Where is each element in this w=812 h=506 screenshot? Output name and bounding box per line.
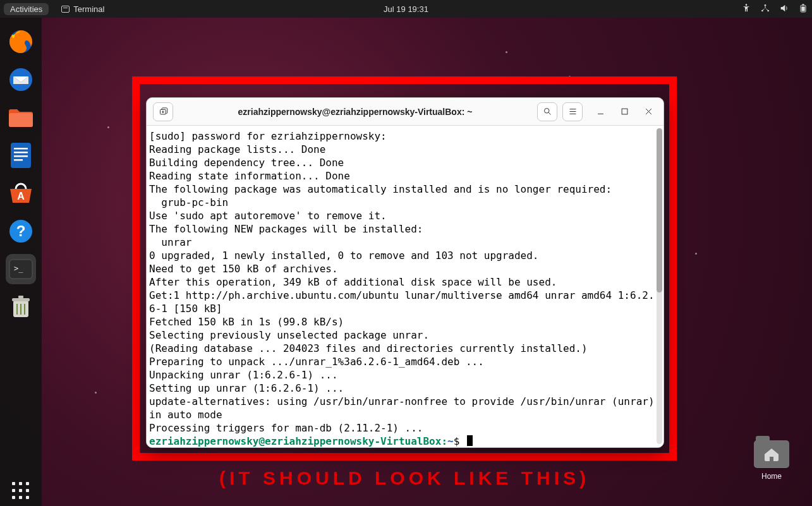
volume-icon[interactable] <box>779 3 789 15</box>
scrollbar-thumb[interactable] <box>657 128 662 292</box>
svg-rect-21 <box>12 298 30 301</box>
dock-app-software[interactable]: A <box>6 178 36 208</box>
svg-rect-5 <box>803 4 804 5</box>
terminal-titlebar: ezriahzippernowsky@ezriahzippernowsky-Vi… <box>147 98 664 126</box>
terminal-title: ezriahzippernowsky@ezriahzippernowsky-Vi… <box>178 107 532 117</box>
dock-app-writer[interactable] <box>6 140 36 171</box>
minimize-button[interactable] <box>591 103 609 121</box>
folder-icon <box>754 440 789 468</box>
topbar-app-terminal[interactable]: Terminal <box>56 3 109 15</box>
wallpaper-star <box>107 126 109 128</box>
grid-icon <box>11 481 31 501</box>
svg-text:?: ? <box>16 222 26 239</box>
svg-text:A: A <box>17 191 25 202</box>
dock-app-firefox[interactable] <box>6 27 36 57</box>
desktop-home-folder[interactable]: Home <box>750 440 793 481</box>
wallpaper-star <box>695 253 697 255</box>
terminal-icon <box>61 6 70 13</box>
svg-point-0 <box>746 4 748 6</box>
dock-app-thunderbird[interactable] <box>6 64 36 95</box>
hamburger-menu-button[interactable] <box>562 102 583 121</box>
search-button[interactable] <box>537 102 557 121</box>
wallpaper-star <box>95 392 97 394</box>
svg-rect-13 <box>14 155 28 157</box>
topbar-app-label: Terminal <box>73 4 104 14</box>
show-applications-button[interactable] <box>6 476 36 506</box>
activities-button[interactable]: Activities <box>4 3 49 15</box>
dock-app-trash[interactable] <box>6 292 36 322</box>
battery-icon[interactable] <box>798 3 808 15</box>
annotation-caption: (IT SHOULD LOOK LIKE THIS) <box>177 467 632 489</box>
svg-rect-9 <box>9 113 33 127</box>
terminal-body[interactable]: [sudo] password for ezriahzippernowsky: … <box>147 126 664 447</box>
cursor <box>467 435 473 446</box>
scrollbar[interactable] <box>657 128 662 444</box>
svg-rect-22 <box>18 296 23 298</box>
svg-rect-25 <box>622 109 627 114</box>
top-bar: Activities Terminal Jul 19 19:31 <box>0 0 812 18</box>
terminal-prompt: ezriahzippernowsky@ezriahzippernowsky-Vi… <box>149 435 660 447</box>
dock-app-help[interactable]: ? <box>6 216 36 246</box>
terminal-window: ezriahzippernowsky@ezriahzippernowsky-Vi… <box>146 97 664 448</box>
desktop-home-label: Home <box>750 472 793 481</box>
dock-app-files[interactable] <box>6 102 36 133</box>
dock: A ? >_ <box>0 18 42 506</box>
svg-rect-11 <box>14 148 28 150</box>
accessibility-icon[interactable] <box>741 3 751 15</box>
wallpaper-star <box>506 51 507 53</box>
maximize-button[interactable] <box>615 103 633 121</box>
svg-text:>_: >_ <box>14 264 23 273</box>
dock-app-terminal[interactable]: >_ <box>6 254 36 284</box>
close-button[interactable] <box>639 103 657 121</box>
svg-rect-14 <box>14 159 23 161</box>
svg-point-1 <box>765 4 767 6</box>
terminal-output: [sudo] password for ezriahzippernowsky: … <box>149 130 660 435</box>
clock[interactable]: Jul 19 19:31 <box>384 4 428 14</box>
network-icon[interactable] <box>760 3 770 15</box>
svg-rect-6 <box>801 6 804 11</box>
new-tab-button[interactable] <box>153 102 173 121</box>
svg-point-24 <box>544 109 549 114</box>
svg-rect-12 <box>14 152 28 154</box>
